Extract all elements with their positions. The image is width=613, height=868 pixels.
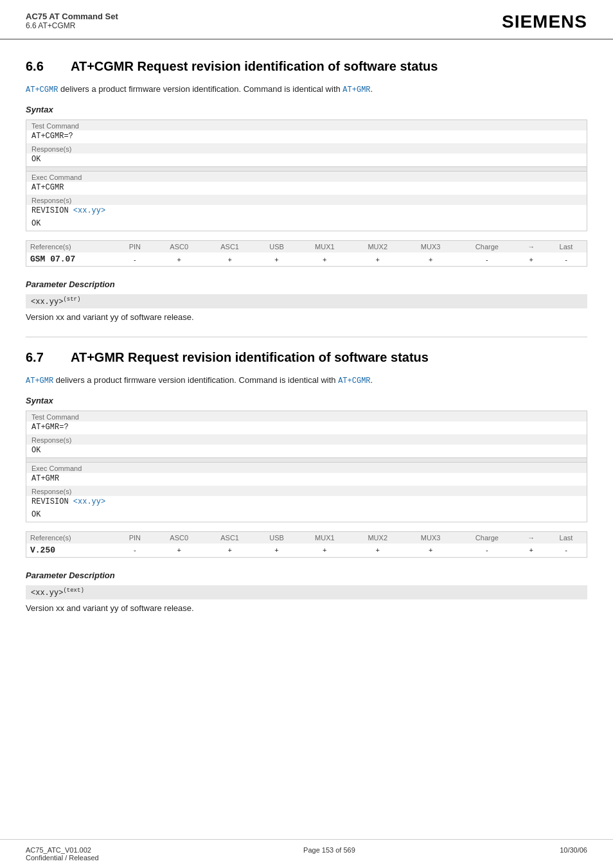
exec-response-value1-67: REVISION <xx.yy> xyxy=(26,496,587,509)
test-response-label-row: Response(s) xyxy=(26,143,587,154)
ref-asc0-67: + xyxy=(154,544,204,558)
section-66-desc-text: delivers a product firmware version iden… xyxy=(58,84,342,94)
section-67-param-heading: Parameter Description xyxy=(26,571,587,580)
section-divider xyxy=(26,337,587,337)
section-67-desc-end: . xyxy=(371,375,373,385)
col-mux2-66: MUX2 xyxy=(351,241,404,253)
ref-val-row-67: V.250 - + + + + + + - + - xyxy=(26,544,587,558)
section-66-param-tag: <xx.yy> xyxy=(31,297,63,306)
section-66-title: AT+CGMR Request revision identification … xyxy=(71,59,438,74)
section-67-param-tag: <xx.yy> xyxy=(31,589,63,598)
section-67-number: 6.7 xyxy=(26,350,71,365)
exec-response-value2-row-67: OK xyxy=(26,509,587,522)
ref-charge-66: - xyxy=(457,252,517,267)
ref-charge-67: - xyxy=(457,544,517,558)
ref-last-67: - xyxy=(546,544,587,558)
exec-response-value1: REVISION <xx.yy> xyxy=(26,205,587,218)
ref-label-67: Reference(s) xyxy=(26,531,116,544)
test-response-value-67: OK xyxy=(26,445,587,458)
exec-response-value2-67: OK xyxy=(26,509,587,522)
ref-mux2-66: + xyxy=(351,252,404,267)
section-66-param-tag-row: <xx.yy>(str) xyxy=(26,294,587,308)
col-asc0-67: ASC0 xyxy=(154,531,204,544)
test-response-value-row-67: OK xyxy=(26,445,587,458)
exec-cmd-label: Exec Command xyxy=(26,172,587,182)
ref-mux1-67: + xyxy=(298,544,351,558)
test-cmd-value-row-67: AT+GMR=? xyxy=(26,421,587,434)
ref-arrow-67: + xyxy=(517,544,546,558)
section-67-description: AT+GMR delivers a product firmware versi… xyxy=(26,374,587,387)
section-66-desc-link2[interactable]: AT+GMR xyxy=(342,85,370,94)
col-charge-67: Charge xyxy=(457,531,517,544)
exec-cmd-label-67: Exec Command xyxy=(26,462,587,473)
test-response-label-67: Response(s) xyxy=(26,434,587,445)
test-response-label: Response(s) xyxy=(26,143,587,154)
col-pin-66: PIN xyxy=(116,241,154,253)
section-66-desc-link1[interactable]: AT+CGMR xyxy=(26,85,58,94)
section-66-description: AT+CGMR delivers a product firmware vers… xyxy=(26,83,587,96)
ref-label-66: Reference(s) xyxy=(26,241,116,253)
test-cmd-value-row: AT+CGMR=? xyxy=(26,130,587,143)
exec-cmd-value-row-67: AT+GMR xyxy=(26,473,587,486)
section-67-title: AT+GMR Request revision identification o… xyxy=(71,350,429,365)
ref-label-row-66: Reference(s) PIN ASC0 ASC1 USB MUX1 MUX2… xyxy=(26,241,587,253)
section-67-desc-link1[interactable]: AT+GMR xyxy=(26,376,53,385)
ref-label-row-67: Reference(s) PIN ASC0 ASC1 USB MUX1 MUX2… xyxy=(26,531,587,544)
col-charge-66: Charge xyxy=(457,241,517,253)
test-response-value: OK xyxy=(26,154,587,167)
col-last-67: Last xyxy=(546,531,587,544)
exec-response-xxyy: <xx.yy> xyxy=(73,206,105,215)
footer-doc-id: AC75_ATC_V01.002 xyxy=(26,846,99,854)
section-67-param-desc: Version xx and variant yy of software re… xyxy=(26,602,587,615)
col-last-66: Last xyxy=(546,241,587,253)
ref-value-67: V.250 xyxy=(26,544,116,558)
section-67-desc-link2[interactable]: AT+CGMR xyxy=(338,376,370,385)
footer-left: AC75_ATC_V01.002 Confidential / Released xyxy=(26,846,99,862)
header-left: AC75 AT Command Set 6.6 AT+CGMR xyxy=(26,12,118,30)
header-right: SIEMENS xyxy=(502,12,587,32)
ref-mux3-66: + xyxy=(404,252,457,267)
col-mux2-67: MUX2 xyxy=(351,531,404,544)
footer-date: 10/30/06 xyxy=(560,846,587,854)
test-cmd-value: AT+CGMR=? xyxy=(26,130,587,143)
exec-response-value1-row-67: REVISION <xx.yy> xyxy=(26,496,587,509)
exec-cmd-label-row: Exec Command xyxy=(26,172,587,182)
exec-cmd-value: AT+CGMR xyxy=(26,182,587,195)
page: AC75 AT Command Set 6.6 AT+CGMR SIEMENS … xyxy=(0,0,613,868)
ref-last-66: - xyxy=(546,252,587,267)
divider-row-67 xyxy=(26,457,587,462)
ref-asc1-66: + xyxy=(204,252,255,267)
col-arrow-67: → xyxy=(517,531,546,544)
exec-cmd-value-67: AT+GMR xyxy=(26,473,587,486)
exec-response-label-67: Response(s) xyxy=(26,486,587,496)
page-footer: AC75_ATC_V01.002 Confidential / Released… xyxy=(0,839,613,868)
col-asc1-67: ASC1 xyxy=(204,531,255,544)
exec-cmd-label-row-67: Exec Command xyxy=(26,462,587,473)
col-mux1-66: MUX1 xyxy=(298,241,351,253)
ref-pin-66: - xyxy=(116,252,154,267)
footer-center: Page 153 of 569 xyxy=(303,846,355,862)
footer-right: 10/30/06 xyxy=(560,846,587,862)
ref-arrow-66: + xyxy=(517,252,546,267)
col-pin-67: PIN xyxy=(116,531,154,544)
exec-response-label-row: Response(s) xyxy=(26,195,587,205)
doc-section: 6.6 AT+CGMR xyxy=(26,21,118,30)
section-66-number: 6.6 xyxy=(26,59,71,74)
section-67-syntax-label: Syntax xyxy=(26,396,587,405)
exec-cmd-value-row: AT+CGMR xyxy=(26,182,587,195)
doc-title: AC75 AT Command Set xyxy=(26,12,118,21)
section-66-param-desc: Version xx and variant yy of software re… xyxy=(26,311,587,324)
section-66-param-sup: (str) xyxy=(63,296,80,303)
test-cmd-label-row-67: Test Command xyxy=(26,411,587,421)
section-67-heading: 6.7 AT+GMR Request revision identificati… xyxy=(26,350,587,365)
exec-response-xxyy-67: <xx.yy> xyxy=(73,497,105,506)
section-66-ref-table: Reference(s) PIN ASC0 ASC1 USB MUX1 MUX2… xyxy=(26,240,587,267)
test-response-value-row: OK xyxy=(26,154,587,167)
section-67-param-tag-row: <xx.yy>(text) xyxy=(26,585,587,599)
section-67-param-sup: (text) xyxy=(63,587,84,594)
ref-usb-67: + xyxy=(255,544,298,558)
col-arrow-66: → xyxy=(517,241,546,253)
col-mux3-67: MUX3 xyxy=(404,531,457,544)
section-66-syntax-label: Syntax xyxy=(26,105,587,114)
section-66-heading: 6.6 AT+CGMR Request revision identificat… xyxy=(26,59,587,74)
